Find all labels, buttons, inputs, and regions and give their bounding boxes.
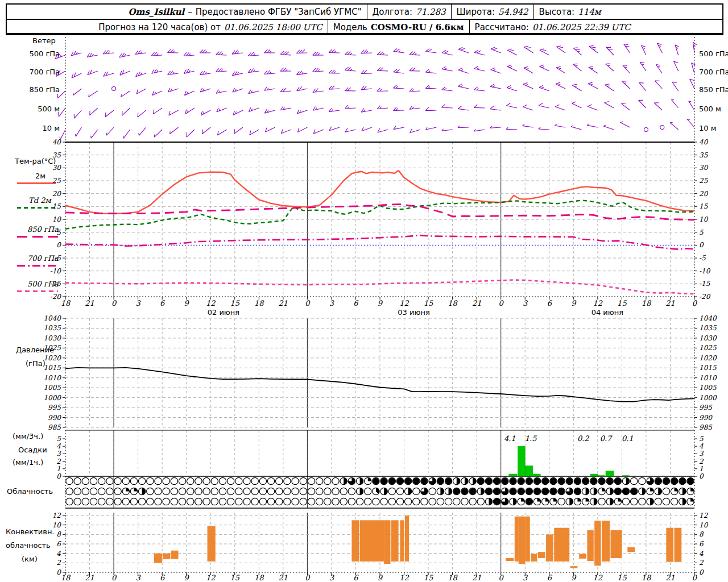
wind-level-label-right: 850 гПа bbox=[699, 85, 728, 94]
cloud-symbol bbox=[316, 498, 322, 505]
wind-calm-circle bbox=[660, 126, 664, 130]
cloud-symbol bbox=[122, 477, 129, 484]
wind-level-label-left: 500 м bbox=[38, 105, 60, 113]
cloud-symbol bbox=[251, 488, 258, 494]
wind-barb bbox=[59, 108, 65, 117]
cloud-fill bbox=[558, 488, 565, 495]
temp-tick-label-left: 35 bbox=[52, 151, 62, 159]
wind-barb bbox=[442, 130, 453, 131]
wind-barb bbox=[458, 109, 469, 110]
hour-label: 15 bbox=[230, 299, 239, 307]
hour-label-bottom: 0 bbox=[499, 573, 504, 582]
pressure-tick-label-left: 1020 bbox=[43, 354, 61, 362]
temp-tick-label-left: 0 bbox=[56, 241, 61, 249]
wind-barb-feather bbox=[622, 103, 626, 103]
cloud-symbol bbox=[340, 488, 347, 494]
cloud-symbol bbox=[445, 498, 452, 505]
cloud-fill bbox=[606, 478, 613, 485]
cloud-symbol bbox=[187, 498, 194, 505]
wind-barb-half-feather bbox=[444, 88, 446, 90]
cloud-symbol bbox=[413, 498, 420, 505]
cloud-fill bbox=[526, 498, 533, 505]
wind-level-label-right: 500 м bbox=[699, 105, 721, 113]
cloud-symbol bbox=[203, 477, 210, 484]
cloud-symbol bbox=[203, 498, 210, 505]
convective-bar bbox=[171, 551, 179, 559]
cloud-symbol bbox=[308, 498, 315, 505]
temp-tick-label-right: 10 bbox=[699, 215, 709, 223]
cloud-fill bbox=[494, 478, 500, 485]
cloud-symbol bbox=[332, 498, 339, 505]
wind-barb-feather bbox=[442, 50, 446, 52]
cloud-fill bbox=[489, 498, 492, 505]
cloud-symbol bbox=[82, 488, 89, 494]
cloud-symbol bbox=[292, 498, 299, 505]
cloud-fill bbox=[384, 488, 387, 494]
pressure-tick-label-left: 995 bbox=[48, 404, 61, 411]
wind-barb bbox=[280, 91, 291, 92]
cloud-symbol bbox=[324, 498, 331, 505]
conv-tick-label-right: 12 bbox=[699, 512, 709, 519]
wind-barb-half-feather bbox=[591, 68, 593, 69]
cloud-fill bbox=[518, 478, 524, 485]
wind-barb-feather bbox=[639, 82, 644, 83]
cloud-fill bbox=[373, 478, 379, 485]
precip-tick-label-left: 4 bbox=[56, 442, 61, 450]
wind-barb-half-feather bbox=[461, 86, 463, 87]
hour-label-bottom: 21 bbox=[665, 573, 675, 582]
wind-barb bbox=[425, 110, 436, 111]
wind-barb bbox=[555, 107, 565, 110]
cloud-symbol bbox=[251, 498, 258, 505]
wind-barb-half-feather bbox=[559, 68, 561, 69]
cloud-symbol bbox=[639, 477, 646, 484]
wind-barb-half-feather bbox=[461, 70, 463, 71]
wind-barb bbox=[377, 108, 388, 109]
cloud-fill bbox=[421, 478, 428, 485]
cloud-symbol bbox=[671, 498, 677, 505]
cloud-symbol bbox=[276, 488, 283, 494]
wind-barb bbox=[138, 110, 146, 117]
cloud-symbol bbox=[259, 477, 266, 484]
pressure-tick-label-left: 1010 bbox=[43, 374, 61, 382]
wind-barb bbox=[672, 99, 679, 108]
wind-barb bbox=[490, 86, 501, 89]
pressure-tick-label-right: 1030 bbox=[699, 334, 717, 342]
cloud-fill bbox=[550, 478, 557, 485]
wind-barb-feather bbox=[493, 48, 497, 50]
hour-label-bottom: 15 bbox=[617, 573, 627, 582]
wind-barb bbox=[523, 107, 533, 110]
hour-label-bottom: 21 bbox=[279, 573, 288, 582]
wind-barb-half-feather bbox=[510, 66, 512, 68]
conv-tick-label-left: 4 bbox=[56, 550, 61, 558]
hour-label-bottom: 15 bbox=[424, 573, 433, 582]
wind-barb-feather bbox=[605, 101, 609, 102]
wind-barb-half-feather bbox=[574, 86, 577, 86]
wind-barb-feather bbox=[559, 47, 563, 48]
cloud-symbol bbox=[171, 477, 177, 484]
convective-bar bbox=[391, 520, 399, 561]
convective-bar bbox=[587, 530, 593, 561]
hour-label: 21 bbox=[665, 299, 675, 307]
convective-bar bbox=[531, 554, 537, 562]
cloud-symbol bbox=[276, 498, 283, 505]
cloud-symbol bbox=[122, 498, 129, 505]
conv-tick-label-left: 2 bbox=[56, 559, 61, 567]
wind-barb-half-feather bbox=[523, 124, 525, 126]
convective-bar bbox=[675, 528, 682, 562]
wind-barb bbox=[394, 88, 404, 89]
wind-barb-half-feather bbox=[91, 136, 92, 138]
hour-label-bottom: 18 bbox=[254, 573, 264, 582]
wind-barb bbox=[672, 82, 679, 91]
hour-label-bottom: 12 bbox=[206, 573, 216, 582]
cloud-symbol bbox=[179, 488, 185, 494]
hour-label-bottom: 9 bbox=[571, 573, 577, 582]
cloud-fill bbox=[615, 478, 622, 485]
wind-barb bbox=[425, 72, 436, 73]
cloud-fill bbox=[494, 488, 500, 495]
wind-barb-feather bbox=[539, 85, 543, 88]
wind-barb bbox=[639, 100, 646, 108]
hour-label: 9 bbox=[378, 299, 383, 307]
cloud-symbol bbox=[300, 488, 307, 494]
cloud-fill bbox=[574, 488, 581, 495]
pressure-tick-label-right: 1025 bbox=[699, 344, 717, 352]
